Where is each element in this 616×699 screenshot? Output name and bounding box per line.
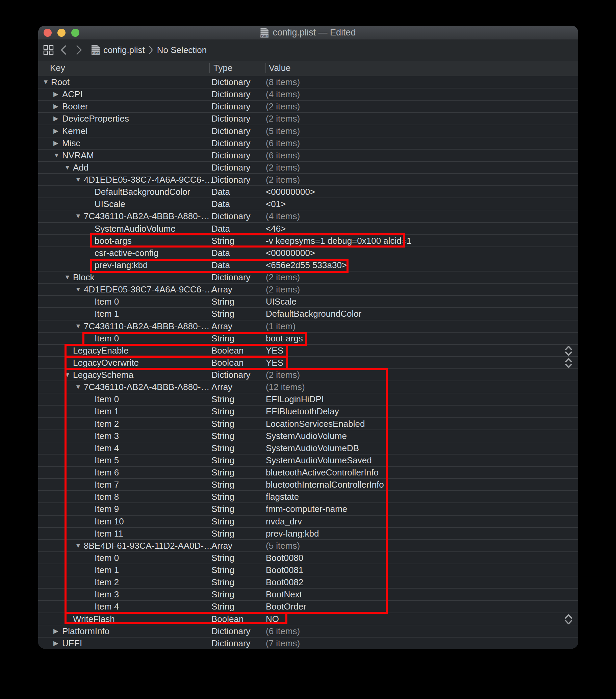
row-value[interactable]: YES: [266, 345, 283, 356]
plist-row-defaultbackgroundcolor[interactable]: DefaultBackgroundColor Data <00000000>: [38, 186, 578, 198]
back-button[interactable]: [60, 44, 67, 56]
row-type[interactable]: String: [211, 503, 234, 515]
plist-row-4d1ede05-38c7-4a6a-9cc6-[interactable]: ▼ 4D1EDE05-38C7-4A6A-9CC6-… Array (2 ite…: [38, 283, 578, 296]
disclosure-triangle-icon[interactable]: ▶: [53, 125, 58, 137]
disclosure-triangle-icon[interactable]: ▼: [75, 381, 81, 393]
row-value[interactable]: UIScale: [266, 296, 297, 307]
forward-button[interactable]: [75, 44, 83, 56]
disclosure-triangle-icon[interactable]: ▼: [64, 272, 70, 283]
row-value[interactable]: SystemAudioVolumeSaved: [266, 454, 372, 466]
plist-row-legacyschema[interactable]: ▼ LegacySchema Dictionary (2 items): [38, 369, 578, 381]
row-value[interactable]: (2 items): [266, 162, 300, 173]
row-type[interactable]: Boolean: [211, 345, 244, 356]
plist-row-uefi[interactable]: ▶ UEFI Dictionary (7 items): [38, 637, 578, 649]
row-type[interactable]: String: [211, 528, 234, 539]
row-type[interactable]: String: [211, 552, 234, 564]
row-value[interactable]: Boot0081: [266, 564, 303, 576]
row-type[interactable]: String: [211, 479, 234, 490]
column-header-value[interactable]: Value: [269, 63, 291, 73]
row-value[interactable]: prev-lang:kbd: [266, 528, 319, 539]
row-type[interactable]: String: [211, 308, 234, 319]
row-type[interactable]: String: [211, 454, 234, 466]
plist-row-item-0[interactable]: Item 0 String UIScale: [38, 296, 578, 308]
plist-row-item-6[interactable]: Item 6 String bluetoothActiveControllerI…: [38, 467, 578, 479]
row-type[interactable]: String: [211, 296, 234, 307]
disclosure-triangle-icon[interactable]: ▼: [42, 76, 49, 88]
close-button[interactable]: [43, 29, 52, 37]
row-type[interactable]: String: [211, 443, 234, 454]
disclosure-triangle-icon[interactable]: ▼: [53, 149, 60, 161]
row-value[interactable]: fmm-computer-name: [266, 503, 347, 515]
disclosure-triangle-icon[interactable]: ▶: [53, 137, 58, 149]
row-value[interactable]: <00000000>: [266, 186, 315, 198]
boolean-updown-chevrons-icon[interactable]: [564, 614, 573, 625]
row-type[interactable]: String: [211, 235, 234, 247]
row-type[interactable]: Array: [211, 381, 232, 393]
row-type[interactable]: Dictionary: [211, 625, 251, 637]
row-type[interactable]: String: [211, 577, 234, 588]
plist-row-item-4[interactable]: Item 4 String BootOrder: [38, 601, 578, 613]
plist-row-item-7[interactable]: Item 7 String bluetoothInternalControlle…: [38, 479, 578, 491]
minimize-button[interactable]: [57, 29, 66, 37]
row-type[interactable]: Data: [211, 223, 230, 234]
plist-row-4d1ede05-38c7-4a6a-9cc6-[interactable]: ▼ 4D1EDE05-38C7-4A6A-9CC6-… Dictionary (…: [38, 174, 578, 186]
row-value[interactable]: boot-args: [266, 333, 303, 344]
row-type[interactable]: Dictionary: [211, 149, 251, 161]
row-value[interactable]: BootNext: [266, 589, 302, 600]
plist-row-item-11[interactable]: Item 11 String prev-lang:kbd: [38, 528, 578, 540]
row-value[interactable]: (2 items): [266, 283, 300, 295]
plist-row-7c436110-ab2a-4bbb-a880-[interactable]: ▼ 7C436110-AB2A-4BBB-A880-… Dictionary (…: [38, 210, 578, 223]
row-value[interactable]: (7 items): [266, 637, 300, 649]
row-type[interactable]: Dictionary: [211, 210, 251, 222]
plist-row-prev-lang-kbd[interactable]: prev-lang:kbd Data <656e2d55 533a30>: [38, 259, 578, 272]
row-value[interactable]: BootOrder: [266, 601, 306, 612]
row-value[interactable]: flagstate: [266, 491, 299, 502]
row-value[interactable]: (4 items): [266, 210, 300, 222]
row-value[interactable]: (2 items): [266, 174, 300, 185]
row-value[interactable]: EFIBluetoothDelay: [266, 406, 339, 417]
plist-row-item-1[interactable]: Item 1 String DefaultBackgroundColor: [38, 308, 578, 320]
plist-row-boot-args[interactable]: boot-args String -v keepsyms=1 debug=0x1…: [38, 235, 578, 247]
zoom-button[interactable]: [71, 29, 79, 37]
row-type[interactable]: String: [211, 491, 234, 502]
row-value[interactable]: LocationServicesEnabled: [266, 418, 365, 430]
row-value[interactable]: (6 items): [266, 149, 300, 161]
plist-row-item-1[interactable]: Item 1 String EFIBluetoothDelay: [38, 406, 578, 418]
row-value[interactable]: (6 items): [266, 137, 300, 149]
breadcrumb-file-name[interactable]: config.plist: [103, 45, 145, 55]
row-value[interactable]: Boot0082: [266, 577, 303, 588]
row-type[interactable]: Dictionary: [211, 174, 251, 185]
plist-row-item-9[interactable]: Item 9 String fmm-computer-name: [38, 503, 578, 515]
plist-row-add[interactable]: ▼ Add Dictionary (2 items): [38, 162, 578, 174]
row-type[interactable]: String: [211, 467, 234, 478]
disclosure-triangle-icon[interactable]: ▼: [75, 320, 81, 332]
row-type[interactable]: Boolean: [211, 357, 244, 368]
row-value[interactable]: (1 item): [266, 320, 296, 332]
plist-row-kernel[interactable]: ▶ Kernel Dictionary (5 items): [38, 125, 578, 137]
row-value[interactable]: (4 items): [266, 89, 300, 100]
plist-row-item-3[interactable]: Item 3 String SystemAudioVolume: [38, 430, 578, 443]
disclosure-triangle-icon[interactable]: ▼: [64, 162, 70, 173]
row-type[interactable]: Dictionary: [211, 272, 251, 283]
row-type[interactable]: String: [211, 601, 234, 612]
row-type[interactable]: Dictionary: [211, 76, 251, 88]
plist-row-item-1[interactable]: Item 1 String Boot0081: [38, 564, 578, 577]
row-value[interactable]: (5 items): [266, 540, 300, 551]
row-type[interactable]: Boolean: [211, 613, 244, 625]
plist-row-item-10[interactable]: Item 10 String nvda_drv: [38, 516, 578, 528]
row-value[interactable]: YES: [266, 357, 283, 368]
row-value[interactable]: -v keepsyms=1 debug=0x100 alcid=1: [266, 235, 411, 247]
row-type[interactable]: Dictionary: [211, 637, 251, 649]
plist-row-nvram[interactable]: ▼ NVRAM Dictionary (6 items): [38, 149, 578, 162]
row-type[interactable]: Dictionary: [211, 101, 251, 112]
row-type[interactable]: String: [211, 516, 234, 527]
plist-row-item-0[interactable]: Item 0 String EFILoginHiDPI: [38, 393, 578, 406]
plist-row-uiscale[interactable]: UIScale Data <01>: [38, 198, 578, 210]
disclosure-triangle-icon[interactable]: ▼: [75, 540, 81, 551]
plist-row-item-4[interactable]: Item 4 String SystemAudioVolumeDB: [38, 443, 578, 454]
row-type[interactable]: Dictionary: [211, 162, 251, 173]
plist-row-7c436110-ab2a-4bbb-a880-[interactable]: ▼ 7C436110-AB2A-4BBB-A880-… Array (1 ite…: [38, 320, 578, 333]
column-header-type[interactable]: Type: [213, 63, 232, 73]
boolean-updown-chevrons-icon[interactable]: [564, 357, 573, 369]
row-value[interactable]: nvda_drv: [266, 516, 302, 527]
